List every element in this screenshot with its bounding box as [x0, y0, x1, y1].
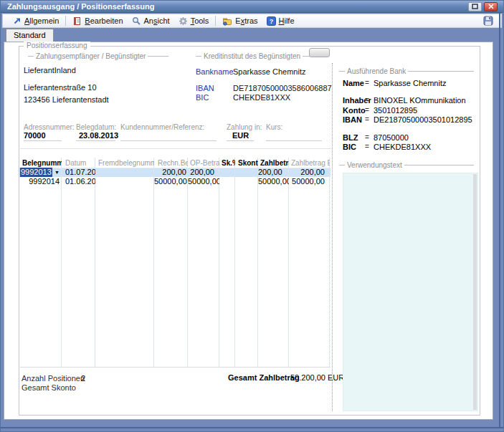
total-label: Gesamt Zahlbetrag — [228, 373, 300, 382]
table-cell — [219, 177, 235, 186]
executing-bank-field-label: BIC — [343, 143, 356, 151]
menu-item-label: Bearbeiten — [85, 16, 123, 25]
equals-sign: = — [365, 106, 369, 114]
positionserfassung-group: Positionserfassung Zahlungsempfänger / B… — [19, 46, 480, 416]
table-cell — [95, 177, 154, 186]
field-value[interactable]: EUR — [232, 131, 249, 140]
table-row[interactable]: 9992013▼01.07.2013200,00200,00200,00200,… — [19, 168, 330, 177]
cell-text: 01.06.2013 — [65, 177, 95, 186]
table-grid-line — [153, 158, 154, 367]
column-header[interactable]: Zahlbetrag — [258, 158, 289, 168]
menu-item-bearbeiten[interactable]: Bearbeiten — [68, 16, 127, 27]
table-row[interactable]: 999201401.06.201350000,0050000,0050000,0… — [19, 177, 330, 186]
dropdown-icon[interactable]: ▼ — [54, 168, 60, 177]
column-header[interactable]: Zahlbetrag Euro — [289, 158, 330, 168]
table-grid-line — [234, 158, 235, 367]
menu-item-hilfe[interactable]: ?Hilfe — [262, 16, 299, 27]
edit-document-icon — [72, 16, 82, 26]
count-label: Anzahl Positionen — [22, 374, 85, 383]
executing-bank-field-label: IBAN — [343, 115, 362, 124]
cell-editor-selected-text[interactable]: 9992013 — [20, 168, 52, 177]
tab-standard[interactable]: Standard — [6, 29, 54, 42]
menu-item-label: Tools — [191, 16, 209, 25]
table-cell: 200,00 — [188, 168, 219, 177]
column-header[interactable]: Sk.% — [219, 158, 235, 168]
bank-field-label: Bankname — [196, 67, 234, 76]
menu-separator — [65, 16, 66, 26]
field-label: Kurs: — [266, 123, 282, 131]
horizontal-separator — [20, 148, 331, 149]
title-bar[interactable]: Zahlungsausgang / Positionserfassung — [1, 1, 503, 13]
executing-bank-legend-text: Ausführende Bank — [347, 67, 406, 75]
payee-fieldset-legend: Zahlungsempfänger / Begünstigter — [28, 52, 168, 60]
bank-field-value[interactable]: DE71870500003586006887 — [233, 84, 332, 92]
field-underline — [24, 140, 62, 141]
field-value[interactable]: 23.08.2013 — [79, 131, 118, 140]
table-cell: 01.06.2013 — [62, 177, 95, 186]
field-label: Zahlung in: — [227, 123, 262, 131]
close-icon — [488, 1, 494, 13]
save-button[interactable] — [482, 16, 494, 27]
bank-fieldset-legend: Kreditinstitut des Begünstigten — [196, 52, 323, 60]
bank-field-value[interactable]: Sparkasse Chemnitz — [233, 67, 306, 76]
field-label: Adressnummer: — [24, 123, 75, 131]
table-cell: 50000,00 — [289, 177, 330, 186]
executing-bank-field-value: 87050000 — [374, 133, 409, 142]
menu-item-ansicht[interactable]: Ansicht — [128, 16, 174, 27]
cell-text: 01.07.2013 — [65, 168, 95, 177]
field-underline — [120, 140, 217, 141]
tab-strip: Standard — [2, 28, 502, 42]
payee-street: Lieferantenstraße 10 — [24, 83, 97, 92]
cell-text: 200,00 — [300, 168, 325, 177]
equals-sign: = — [365, 143, 369, 150]
table-cell: 200,00 — [154, 168, 188, 177]
menu-item-extras[interactable]: Extras — [218, 16, 262, 27]
bank-legend-text: Kreditinstitut des Begünstigten — [204, 52, 300, 60]
window-controls — [468, 2, 498, 11]
group-title: Positionserfassung — [24, 42, 90, 49]
table-grid-line — [329, 158, 330, 367]
menu-item-tools[interactable]: Tools — [174, 16, 214, 27]
menu-item-label: Allgemein — [24, 16, 59, 25]
table-cell: 9992014 — [19, 177, 62, 186]
panel-splitter[interactable] — [332, 63, 333, 411]
column-header[interactable]: Fremdbelegnummer — [95, 158, 154, 168]
table-bottom-separator — [20, 367, 331, 368]
cell-text: 9992014 — [29, 177, 60, 186]
cell-text: 50000,00 — [292, 177, 325, 186]
field-label: Kundennummer/Referenz: — [120, 123, 204, 131]
maximize-button[interactable] — [468, 2, 482, 11]
total-value: 50.200,00 EUR — [290, 373, 344, 382]
menu-items: AllgemeinBearbeitenAnsichtToolsExtras?Hi… — [9, 16, 299, 27]
field-value[interactable]: 70000 — [24, 131, 46, 140]
column-header[interactable]: Belegnummer — [19, 158, 62, 168]
usage-textarea[interactable] — [343, 173, 478, 411]
folder-icon — [222, 16, 232, 26]
table-cell: 01.07.2013 — [62, 168, 95, 177]
table-cell: 200,00 — [289, 168, 330, 177]
menu-item-label: Ansicht — [144, 16, 170, 25]
bank-field-value[interactable]: CHEKDE81XXX — [233, 93, 290, 102]
usage-scrollbar[interactable] — [473, 174, 477, 410]
column-header[interactable]: OP-Betrag — [188, 158, 219, 168]
field-underline — [266, 140, 322, 141]
maximize-icon — [472, 1, 478, 13]
column-header[interactable]: Skonto — [235, 158, 258, 168]
gear-icon — [179, 16, 188, 26]
table-cell: 9992013▼ — [19, 168, 62, 177]
column-header[interactable]: Datum — [62, 158, 95, 168]
payee-legend-text: Zahlungsempfänger / Begünstigter — [36, 52, 146, 60]
column-header[interactable]: Rechn.Betrag — [154, 158, 188, 168]
executing-bank-field-label: Name — [343, 79, 364, 87]
close-button[interactable] — [484, 2, 498, 11]
frame-edge-right — [499, 13, 500, 428]
table-grid-line — [187, 158, 188, 367]
cell-text: 200,00 — [162, 168, 186, 177]
executing-bank-legend: Ausführende Bank — [339, 67, 474, 75]
menu-item-allgemein[interactable]: Allgemein — [9, 16, 63, 26]
equals-sign: = — [365, 79, 369, 87]
collapse-button[interactable] — [309, 48, 330, 57]
field-underline — [76, 140, 115, 141]
bank-field-label: BIC — [196, 93, 209, 102]
table-cell: 50000,00 — [258, 177, 289, 186]
